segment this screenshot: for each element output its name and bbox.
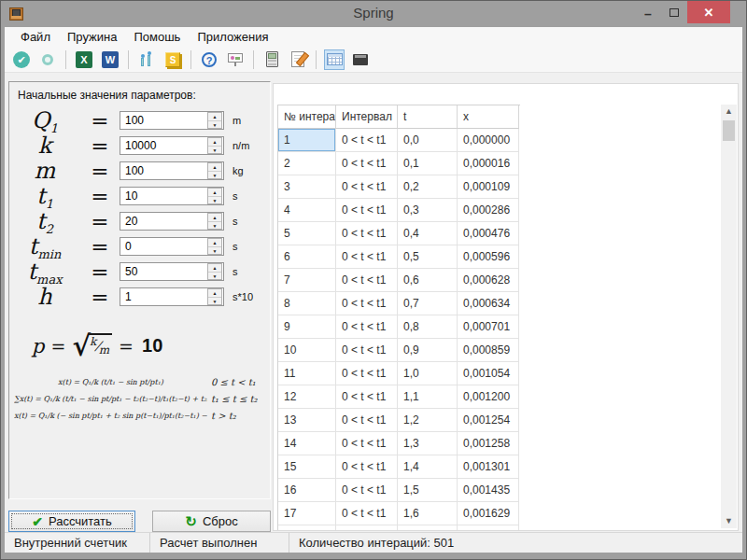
- calculate-toolbar-button[interactable]: ✔: [11, 49, 32, 70]
- calculator-button[interactable]: [261, 49, 282, 70]
- table-cell[interactable]: 2: [278, 152, 336, 175]
- table-cell[interactable]: 17: [278, 502, 336, 525]
- table-cell[interactable]: 0 < t < t1: [336, 222, 398, 245]
- spin-down-icon[interactable]: ▼: [208, 273, 221, 280]
- spin-down-icon[interactable]: ▼: [208, 147, 221, 154]
- menu-item-file[interactable]: Файл: [12, 28, 59, 46]
- table-cell[interactable]: [458, 525, 519, 530]
- table-cell[interactable]: 3: [278, 175, 336, 199]
- scroll-up-icon[interactable]: ▲: [721, 105, 737, 119]
- minimize-button[interactable]: –: [635, 1, 661, 23]
- param-value-t2[interactable]: 20: [120, 215, 207, 228]
- table-cell[interactable]: 0 < t < t1: [336, 385, 398, 409]
- table-cell[interactable]: 0,000000: [458, 129, 519, 152]
- table-cell[interactable]: 0,6: [398, 269, 458, 292]
- param-value-h[interactable]: 1: [120, 290, 207, 303]
- table-cell[interactable]: 0,5: [398, 245, 458, 269]
- table-cell[interactable]: 0 < t < t1: [336, 292, 398, 315]
- param-value-t1[interactable]: 10: [120, 189, 207, 203]
- table-cell[interactable]: 4: [278, 199, 336, 222]
- export-excel-button[interactable]: X: [74, 49, 94, 70]
- table-cell[interactable]: 0,001200: [458, 385, 519, 409]
- spin-up-icon[interactable]: ▲: [208, 163, 221, 172]
- table-cell[interactable]: 5: [278, 222, 336, 245]
- table-cell[interactable]: 0,9: [398, 339, 458, 362]
- table-cell[interactable]: [398, 525, 458, 530]
- spin-up-icon[interactable]: ▲: [208, 189, 221, 197]
- table-cell[interactable]: 0,000109: [458, 175, 519, 199]
- spin-down-icon[interactable]: ▼: [208, 172, 221, 179]
- table-cell[interactable]: 8: [278, 292, 336, 315]
- column-header-1[interactable]: Интервал: [336, 105, 398, 129]
- table-cell[interactable]: 1,6: [398, 502, 458, 525]
- export-word-button[interactable]: W: [100, 49, 120, 70]
- param-input-t2[interactable]: 20▲▼: [120, 212, 224, 231]
- table-cell[interactable]: 0,000634: [458, 292, 519, 315]
- spin-up-icon[interactable]: ▲: [208, 214, 221, 222]
- table-cell[interactable]: 0 < t < t1: [336, 199, 398, 222]
- table-cell[interactable]: 1,5: [398, 479, 458, 502]
- titlebar[interactable]: Spring – ✕: [1, 1, 746, 27]
- table-cell[interactable]: 0 < t < t1: [336, 502, 398, 525]
- column-header-3[interactable]: x: [458, 105, 519, 129]
- spin-up-icon[interactable]: ▲: [208, 113, 221, 121]
- table-cell[interactable]: 0,001629: [458, 502, 519, 525]
- table-cell[interactable]: 0,0: [398, 129, 458, 152]
- spin-up-icon[interactable]: ▲: [208, 264, 221, 273]
- table-cell[interactable]: 0,8: [398, 315, 458, 339]
- table-cell[interactable]: 0 < t < t1: [336, 175, 398, 199]
- table-cell[interactable]: 0,1: [398, 152, 458, 175]
- table-cell[interactable]: 1,2: [398, 409, 458, 432]
- spin-down-icon[interactable]: ▼: [208, 222, 221, 230]
- table-view-button[interactable]: [324, 49, 345, 70]
- table-cell[interactable]: 0,001054: [458, 362, 519, 385]
- param-input-m[interactable]: 100▲▼: [120, 161, 224, 180]
- reset-toolbar-button[interactable]: [37, 49, 58, 70]
- table-cell[interactable]: 0,3: [398, 199, 458, 222]
- table-cell[interactable]: 0,001254: [458, 409, 519, 432]
- table-cell[interactable]: 0 < t < t1: [336, 339, 398, 362]
- table-cell[interactable]: 9: [278, 315, 336, 339]
- save-button[interactable]: [350, 49, 371, 70]
- spin-down-icon[interactable]: ▼: [208, 121, 221, 129]
- spin-down-icon[interactable]: ▼: [208, 298, 221, 305]
- table-cell[interactable]: 1,1: [398, 385, 458, 409]
- table-cell[interactable]: 10: [278, 339, 336, 362]
- param-input-tmax[interactable]: 50▲▼: [120, 262, 224, 281]
- table-cell[interactable]: 11: [278, 362, 336, 385]
- param-value-m[interactable]: 100: [120, 164, 207, 177]
- table-cell[interactable]: 0 < t < t1: [336, 152, 398, 175]
- table-cell[interactable]: 0 < t < t1: [336, 432, 398, 455]
- presentation-button[interactable]: [225, 49, 246, 70]
- spin-up-icon[interactable]: ▲: [208, 138, 221, 147]
- menu-item-applications[interactable]: Приложения: [189, 28, 276, 46]
- table-cell[interactable]: 0,000286: [458, 199, 519, 222]
- reset-button[interactable]: ↻ Сброс: [152, 511, 271, 532]
- table-cell[interactable]: 0 < t < t1: [336, 362, 398, 385]
- table-cell[interactable]: [278, 525, 336, 530]
- spin-down-icon[interactable]: ▼: [208, 197, 221, 204]
- table-cell[interactable]: 0 < t < t1: [336, 315, 398, 339]
- table-cell[interactable]: 0 < t < t1: [336, 245, 398, 269]
- table-cell[interactable]: 0,4: [398, 222, 458, 245]
- menu-item-help[interactable]: Помошь: [125, 28, 189, 46]
- table-cell[interactable]: 1,4: [398, 455, 458, 479]
- param-value-q1[interactable]: 100: [120, 114, 207, 127]
- notes-button[interactable]: [288, 49, 308, 70]
- table-cell[interactable]: 0,001258: [458, 432, 519, 455]
- table-cell[interactable]: 6: [278, 245, 336, 269]
- table-cell[interactable]: 0 < t < t1: [336, 455, 398, 479]
- close-button[interactable]: ✕: [687, 1, 730, 23]
- table-cell[interactable]: 0 < t < t1: [336, 409, 398, 432]
- table-cell[interactable]: 0 < t < t1: [336, 129, 398, 152]
- table-cell[interactable]: 12: [278, 385, 336, 409]
- param-input-q1[interactable]: 100▲▼: [120, 111, 224, 130]
- scrollbar-thumb[interactable]: [723, 120, 735, 141]
- param-value-k[interactable]: 10000: [120, 139, 207, 152]
- table-cell[interactable]: [336, 525, 398, 530]
- calculate-button[interactable]: ✔ Рассчитать: [8, 511, 135, 532]
- column-header-2[interactable]: t: [398, 105, 458, 129]
- param-input-tmin[interactable]: 0▲▼: [120, 237, 224, 256]
- table-cell[interactable]: 1: [278, 129, 336, 152]
- param-input-k[interactable]: 10000▲▼: [120, 136, 224, 155]
